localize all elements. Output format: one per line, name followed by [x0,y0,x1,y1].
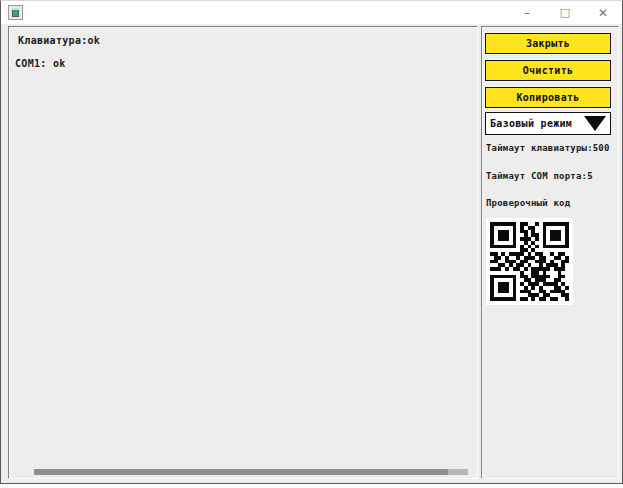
mode-dropdown[interactable]: Базовый режим [485,112,611,135]
qr-code-grid [490,222,569,301]
close-button[interactable]: Закрыть [485,33,611,54]
maximize-button[interactable]: □ [546,1,584,24]
minimize-button[interactable]: – [508,1,546,24]
mode-dropdown-value: Базовый режим [486,118,584,129]
horizontal-scrollbar-thumb[interactable] [34,469,448,475]
qr-code [486,218,573,305]
keyboard-timeout-label: Таймаут клавиатуры:500 [486,143,616,153]
log-line-keyboard: Клавиатура:ok [9,27,477,46]
control-panel: Закрыть Очистить Копировать Базовый режи… [481,26,619,479]
window-controls: – □ ✕ [508,1,622,24]
app-window: – □ ✕ Клавиатура:ok COM1: ok Закрыть Очи… [0,0,623,484]
clear-button[interactable]: Очистить [485,60,611,81]
copy-button[interactable]: Копировать [485,87,611,108]
horizontal-scrollbar[interactable] [34,469,468,475]
chevron-down-icon[interactable] [584,116,606,131]
verification-code-label: Проверочный код [486,198,616,208]
com-timeout-label: Таймаут COM порта:5 [486,171,616,181]
close-window-button[interactable]: ✕ [584,1,622,24]
app-icon-stripe [12,8,19,10]
log-line-com: COM1: ok [9,46,477,69]
app-icon [8,5,23,20]
title-bar: – □ ✕ [1,1,622,24]
client-area: Клавиатура:ok COM1: ok Закрыть Очистить … [1,24,622,483]
log-panel[interactable]: Клавиатура:ok COM1: ok [8,26,478,479]
